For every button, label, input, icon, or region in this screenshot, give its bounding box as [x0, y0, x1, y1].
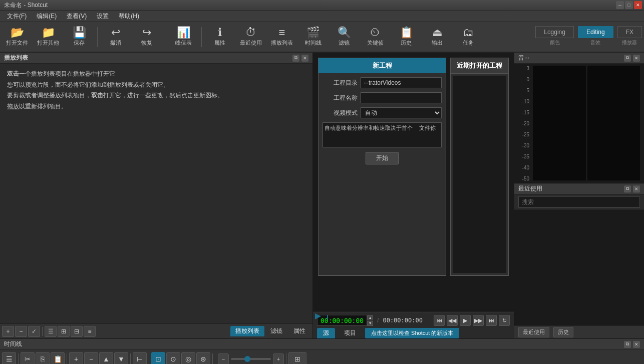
- timeline-icon: 🎬: [306, 27, 320, 38]
- mode-select[interactable]: 自动: [361, 107, 442, 118]
- ripple-button[interactable]: ⊙: [166, 352, 180, 364]
- meter-bars: [533, 66, 640, 181]
- timeline-close-button[interactable]: ✕: [633, 341, 640, 348]
- timeline-toolbar-button[interactable]: 🎬时间线: [298, 24, 328, 51]
- save-icon: 💾: [73, 27, 86, 38]
- panel-close-button[interactable]: ✕: [301, 55, 308, 62]
- redo-toolbar-button[interactable]: ↪恢复: [132, 24, 162, 51]
- menu-item-f[interactable]: 文件(F): [2, 11, 32, 22]
- lower-button[interactable]: ▼: [114, 352, 128, 364]
- instruction-text-1: 一个播放列表项目在播放器中打开它: [19, 70, 115, 77]
- dir-input[interactable]: [361, 77, 442, 88]
- time-down-button[interactable]: ▼: [367, 321, 373, 326]
- panel-float-button[interactable]: ⧉: [292, 55, 299, 62]
- remove-clip-button[interactable]: −: [15, 326, 27, 337]
- export-icon: ⏏: [432, 27, 443, 38]
- menu-item-e[interactable]: 编辑(E): [32, 11, 62, 22]
- new-project-panel: 新工程 工程目录 工程名称 视频模式 自动: [318, 58, 446, 276]
- play-button[interactable]: ▶: [460, 315, 471, 326]
- details-view-button[interactable]: ≡: [84, 326, 96, 337]
- history-bottom-button[interactable]: 历史: [553, 327, 573, 337]
- name-label: 工程名称: [323, 94, 358, 102]
- check-update-button[interactable]: 点击这里以检查 Shotcut 的新版本: [365, 328, 459, 338]
- peaks-icon: 📊: [177, 27, 190, 38]
- playlist-toolbar: + − ✓ ☰ ⊞ ⊟ ≡ 播放列表 滤镜 属性: [0, 323, 312, 338]
- lift-button[interactable]: ▲: [99, 352, 113, 364]
- search-input[interactable]: [518, 197, 640, 208]
- menu-item-v[interactable]: 查看(V): [62, 11, 92, 22]
- ripple-all-button[interactable]: ◎: [181, 352, 195, 364]
- open-file-toolbar-button[interactable]: 📂打开文件: [2, 24, 32, 51]
- snap-button[interactable]: ⊡: [151, 352, 165, 364]
- audio-close-button[interactable]: ✕: [633, 55, 640, 62]
- editing-mode-button[interactable]: Editing: [578, 26, 613, 38]
- export-toolbar-button[interactable]: ⏏输出: [422, 24, 452, 51]
- zoom-slider[interactable]: [231, 358, 271, 360]
- logging-mode-button[interactable]: Logging: [535, 26, 574, 38]
- next-frame-button[interactable]: ▶▶: [473, 315, 484, 326]
- ripple-markers-button[interactable]: ⊛: [196, 352, 210, 364]
- close-button[interactable]: ✕: [634, 1, 642, 9]
- playlist-tab[interactable]: 播放列表: [230, 326, 264, 336]
- play-clip-button[interactable]: ✓: [28, 326, 40, 337]
- recent-float-button[interactable]: ⧉: [624, 186, 631, 193]
- open-other-toolbar-button[interactable]: 📁打开其他: [33, 24, 63, 51]
- new-project-body: 工程目录 工程名称 视频模式 自动 自: [318, 73, 446, 275]
- zoom-in-button[interactable]: +: [273, 353, 284, 364]
- loop-button[interactable]: ↻: [499, 315, 510, 326]
- fx-mode-button[interactable]: FX: [617, 26, 642, 38]
- recent-bottom-button[interactable]: 最近使用: [518, 327, 549, 337]
- undo-label: 撤消: [110, 39, 121, 47]
- timeline-cursor: [327, 315, 328, 319]
- open-file-icon: 📂: [11, 27, 24, 38]
- history-toolbar-button[interactable]: 📋历史: [391, 24, 421, 51]
- undo-toolbar-button[interactable]: ↩撤消: [101, 24, 131, 51]
- maximize-button[interactable]: □: [625, 1, 633, 9]
- audio-title: 音···: [518, 54, 529, 62]
- zoom-out-button[interactable]: −: [218, 353, 229, 364]
- properties-tab[interactable]: 属性: [288, 326, 310, 336]
- start-button[interactable]: 开始: [366, 152, 399, 164]
- mode-description: 自动意味着分辨率和帧速取决于首个 文件你: [323, 122, 442, 147]
- time-up-button[interactable]: ▲: [367, 315, 373, 320]
- list-view-button[interactable]: ☰: [45, 326, 57, 337]
- remove-track-button[interactable]: −: [84, 352, 98, 364]
- jobs-icon: 🗂: [463, 27, 474, 38]
- split-button[interactable]: ⊢: [133, 352, 147, 364]
- timeline-menu-button[interactable]: ☰: [2, 352, 16, 364]
- add-clip-button[interactable]: +: [2, 326, 14, 337]
- filters-toolbar-button[interactable]: 🔍滤镜: [329, 24, 359, 51]
- recent-toolbar-button[interactable]: ⏱最近使用: [236, 24, 266, 51]
- source-tab[interactable]: 源: [317, 328, 335, 338]
- tile-view-button[interactable]: ⊞: [58, 326, 70, 337]
- skip-start-button[interactable]: ⏮: [434, 315, 445, 326]
- save-toolbar-button[interactable]: 💾保存: [64, 24, 94, 51]
- copy-button[interactable]: ⎘: [36, 352, 50, 364]
- timeline-float-button[interactable]: ⧉: [624, 341, 631, 348]
- paste-button[interactable]: 📋: [51, 352, 65, 364]
- menu-item-[interactable]: 设置: [92, 11, 114, 22]
- recent-close-button[interactable]: ✕: [633, 186, 640, 193]
- recent-header-controls: ⧉ ✕: [624, 186, 640, 193]
- meter-scale-label: -40: [518, 165, 529, 170]
- timeline-label: 时间线: [305, 39, 321, 47]
- menu-item-h[interactable]: 帮助(H): [114, 11, 144, 22]
- playlist-toolbar-button[interactable]: ≡播放列表: [267, 24, 297, 51]
- cut-button[interactable]: ✂: [21, 352, 35, 364]
- peaks-toolbar-button[interactable]: 📊峰值表: [168, 24, 198, 51]
- skip-end-button[interactable]: ⏭: [486, 315, 497, 326]
- audio-float-button[interactable]: ⧉: [624, 55, 631, 62]
- project-tab[interactable]: 项目: [338, 328, 362, 338]
- history-label: 历史: [401, 39, 412, 47]
- keyframes-toolbar-button[interactable]: ⏲关键侦: [360, 24, 390, 51]
- add-track-button[interactable]: +: [69, 352, 83, 364]
- jobs-toolbar-button[interactable]: 🗂任务: [453, 24, 483, 51]
- open-file-label: 打开文件: [6, 39, 28, 47]
- name-input[interactable]: [361, 92, 442, 103]
- icon-view-button[interactable]: ⊟: [71, 326, 83, 337]
- properties-toolbar-button[interactable]: ℹ属性: [205, 24, 235, 51]
- zoom-fit-button[interactable]: ⊞: [288, 352, 306, 364]
- minimize-button[interactable]: ─: [616, 1, 624, 9]
- filters-tab[interactable]: 滤镜: [265, 326, 287, 336]
- prev-frame-button[interactable]: ◀◀: [447, 315, 458, 326]
